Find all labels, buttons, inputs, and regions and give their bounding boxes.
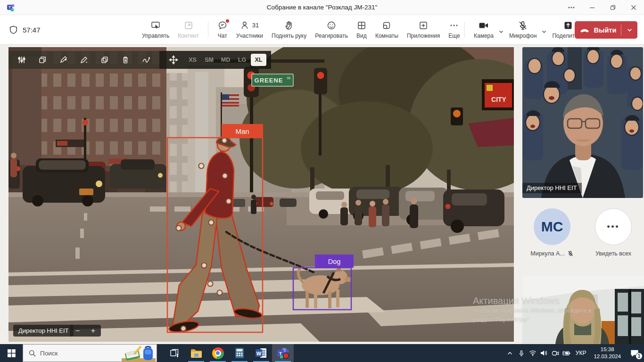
copy-icon[interactable] bbox=[94, 51, 115, 69]
size-button-xl[interactable]: XL bbox=[251, 54, 266, 66]
svg-text:W: W bbox=[256, 351, 262, 356]
search-input[interactable]: Поиск bbox=[23, 344, 157, 362]
shield-icon bbox=[8, 25, 18, 35]
participant-name: Миркула А... bbox=[530, 250, 564, 257]
toolbar-divider bbox=[208, 22, 208, 38]
window-minimize-button[interactable] bbox=[582, 0, 603, 15]
teams-window: T Собрание в канале "Розклад JM-231" 57:… bbox=[0, 0, 644, 362]
participant-avatar[interactable]: МС bbox=[534, 208, 570, 245]
tray-mic-icon[interactable] bbox=[516, 344, 527, 362]
window-close-button[interactable] bbox=[623, 0, 644, 15]
clock-date: 12.03.2024 bbox=[594, 353, 621, 360]
svg-text:T: T bbox=[279, 351, 282, 356]
apps-plus-icon bbox=[418, 20, 429, 31]
see-all-tile[interactable]: ••• Увидеть всех bbox=[584, 208, 643, 257]
see-all-label: Увидеть всех bbox=[595, 250, 631, 257]
pages-icon[interactable] bbox=[32, 51, 53, 69]
street-scene-illustration: CITY GREENE St bbox=[8, 47, 514, 342]
shared-screen[interactable]: CITY GREENE St bbox=[8, 47, 514, 342]
raise-hand-icon bbox=[284, 20, 294, 31]
move-tool-icon[interactable] bbox=[163, 51, 184, 69]
zoom-controls: − + bbox=[70, 325, 101, 337]
tray-volume-icon[interactable] bbox=[538, 344, 550, 362]
raise-hand-button[interactable]: Поднять руку bbox=[267, 15, 311, 44]
participants-icon bbox=[240, 20, 251, 31]
chat-button[interactable]: Чат bbox=[213, 15, 232, 44]
tray-battery-icon[interactable] bbox=[561, 344, 572, 362]
leave-button[interactable]: Выйти bbox=[575, 21, 637, 39]
tray-chevron-icon[interactable] bbox=[504, 344, 516, 362]
participants-panel: Директор ННІ ЕІТ МС Миркула А... ••• Уви… bbox=[521, 45, 644, 344]
meeting-timer: 57:47 bbox=[23, 26, 41, 34]
pen-icon[interactable] bbox=[53, 51, 74, 69]
search-icon bbox=[29, 350, 36, 357]
window-more-button[interactable] bbox=[561, 0, 582, 15]
presenter-name-pill: Директор ННІ ЕІТ bbox=[13, 325, 74, 337]
size-button-xs[interactable]: XS bbox=[185, 54, 200, 66]
chat-notification-dot bbox=[226, 19, 229, 23]
window-restore-button[interactable] bbox=[603, 0, 623, 15]
view-grid-icon bbox=[356, 20, 367, 31]
view-button[interactable]: Вид bbox=[352, 15, 371, 44]
share-icon bbox=[563, 20, 573, 31]
windows-taskbar: Поиск W T bbox=[0, 344, 644, 362]
leave-options-chevron[interactable] bbox=[621, 27, 637, 33]
meeting-toolbar: 57:47 Управлять Контент Ч bbox=[0, 15, 644, 45]
size-button-md[interactable]: MD bbox=[218, 54, 233, 66]
adjust-sliders-icon[interactable] bbox=[11, 51, 32, 69]
camera-icon bbox=[478, 20, 489, 31]
trash-icon[interactable] bbox=[115, 51, 136, 69]
mic-chevron[interactable] bbox=[541, 28, 547, 36]
rooms-icon bbox=[381, 20, 392, 31]
clock[interactable]: 15:38 12.03.2024 bbox=[594, 346, 621, 360]
word-icon: W bbox=[255, 347, 267, 359]
camera-button[interactable]: Камера bbox=[470, 15, 498, 44]
chrome-button[interactable] bbox=[207, 344, 229, 362]
mic-muted-icon bbox=[518, 20, 528, 31]
react-button[interactable]: Реагировать bbox=[311, 15, 352, 44]
zoom-in-button[interactable]: + bbox=[85, 325, 101, 337]
folder-icon bbox=[190, 348, 202, 358]
tray-camera-icon[interactable] bbox=[550, 344, 561, 362]
see-all-ellipsis-icon[interactable]: ••• bbox=[595, 208, 632, 245]
window-title: Собрание в канале "Розклад JM-231" bbox=[0, 4, 644, 11]
word-button[interactable]: W bbox=[250, 344, 272, 362]
notification-center-button[interactable]: 1 bbox=[625, 344, 644, 362]
content-button[interactable]: Контент bbox=[173, 15, 203, 44]
window-titlebar: T Собрание в канале "Розклад JM-231" bbox=[0, 0, 644, 15]
notification-badge: 1 bbox=[636, 353, 643, 360]
meeting-stage: CITY GREENE St bbox=[0, 45, 644, 344]
content-share-icon bbox=[183, 20, 194, 31]
size-button-sm[interactable]: SM bbox=[201, 54, 217, 66]
search-placeholder: Поиск bbox=[40, 350, 58, 357]
participant-tile[interactable]: МС Миркула А... bbox=[523, 208, 581, 257]
chrome-icon bbox=[212, 347, 224, 359]
camera-chevron[interactable] bbox=[498, 28, 504, 36]
zoom-out-button[interactable]: − bbox=[70, 325, 85, 337]
participants-count: 31 bbox=[252, 22, 259, 29]
language-indicator[interactable]: УКР bbox=[576, 350, 586, 356]
draw-icon[interactable] bbox=[136, 51, 157, 69]
file-explorer-button[interactable] bbox=[185, 344, 207, 362]
rooms-button[interactable]: Комнаты bbox=[371, 15, 403, 44]
task-view-icon bbox=[170, 348, 179, 358]
mic-button[interactable]: Микрофон bbox=[505, 15, 541, 44]
main-video-tile[interactable]: Директор ННІ ЕІТ bbox=[522, 47, 643, 198]
calculator-icon bbox=[234, 347, 245, 359]
participant-video-illustration bbox=[522, 276, 644, 344]
presenter-video-illustration bbox=[522, 47, 643, 198]
secondary-video-tile[interactable] bbox=[522, 276, 644, 344]
tray-wifi-icon[interactable] bbox=[527, 344, 538, 362]
task-view-button[interactable] bbox=[164, 344, 185, 362]
pen-secondary-icon[interactable] bbox=[74, 51, 94, 69]
calculator-button[interactable] bbox=[229, 344, 250, 362]
size-button-lg[interactable]: LG bbox=[234, 54, 250, 66]
teams-button[interactable]: T bbox=[272, 344, 294, 362]
start-button[interactable] bbox=[0, 344, 23, 362]
mic-muted-icon bbox=[567, 250, 574, 257]
clock-time: 15:38 bbox=[594, 346, 621, 353]
participants-button[interactable]: 31 Участники bbox=[232, 15, 267, 44]
apps-button[interactable]: Приложения bbox=[403, 15, 444, 44]
manage-button[interactable]: Управлять bbox=[138, 15, 173, 44]
more-ellipsis-icon bbox=[449, 20, 459, 31]
